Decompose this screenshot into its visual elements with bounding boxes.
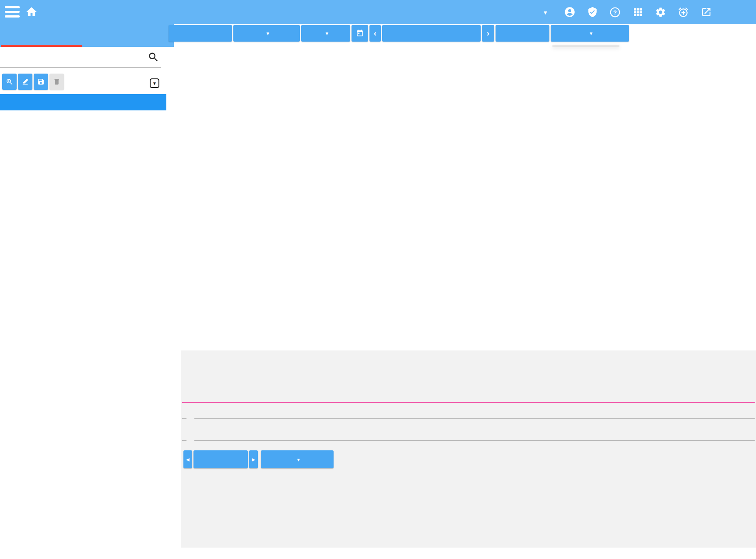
sidebar-search <box>0 47 166 67</box>
month-button[interactable] <box>193 450 248 468</box>
apps-grid-icon[interactable] <box>632 6 644 18</box>
tab-kinderen[interactable] <box>0 24 83 47</box>
caret-down-icon <box>326 30 328 36</box>
search-input[interactable] <box>4 50 144 64</box>
planning-app: ? <box>0 0 756 559</box>
caret-down-icon <box>544 8 547 16</box>
previous-week-button[interactable] <box>369 25 381 42</box>
save-button[interactable] <box>34 74 48 90</box>
scope-dropdown-button[interactable] <box>261 450 334 468</box>
help-icon[interactable]: ? <box>609 6 621 18</box>
shield-check-icon[interactable] <box>586 6 598 18</box>
akties-dropdown-button[interactable] <box>301 25 350 42</box>
home-icon[interactable] <box>25 6 39 19</box>
sidebar-collapse-icon[interactable] <box>150 78 159 88</box>
caret-down-icon <box>590 30 593 36</box>
caret-down-icon <box>267 30 269 36</box>
location-button[interactable] <box>169 25 232 42</box>
punt-informatie-label <box>182 418 755 419</box>
caret-down-icon <box>297 456 300 463</box>
hamburger-menu-icon[interactable] <box>5 6 20 18</box>
week-button[interactable] <box>382 25 481 42</box>
plan-hulp-label <box>182 440 755 441</box>
next-month-button[interactable] <box>249 450 258 468</box>
delete-button[interactable] <box>49 74 64 90</box>
zoom-in-button[interactable] <box>2 74 17 90</box>
sidebar-tabs <box>0 24 174 47</box>
plan-hulp-controls <box>183 450 334 468</box>
eraser-button[interactable] <box>18 74 32 90</box>
next-week-button[interactable] <box>482 25 494 42</box>
app-bar: ? <box>0 0 756 24</box>
alarm-add-icon[interactable] <box>677 6 689 18</box>
magenta-divider <box>182 402 755 403</box>
account-icon[interactable] <box>563 6 576 18</box>
search-underline <box>0 67 161 68</box>
calendar-button[interactable] <box>352 25 368 42</box>
view-menu <box>552 46 619 46</box>
topbar-actions: ? <box>542 0 712 24</box>
settings-icon[interactable] <box>654 6 667 18</box>
view-dropdown-button[interactable] <box>551 25 629 42</box>
open-in-new-icon[interactable] <box>700 6 712 18</box>
svg-text:?: ? <box>613 9 617 15</box>
previous-month-button[interactable] <box>183 450 192 468</box>
akties-menu-button[interactable] <box>542 8 547 16</box>
sidebar-toolbar <box>2 74 64 90</box>
today-button[interactable] <box>496 25 549 42</box>
sidebar-list-header <box>0 94 166 110</box>
search-icon[interactable] <box>148 51 159 65</box>
planning-toolbar <box>169 25 629 42</box>
tab-medewerker[interactable] <box>83 24 174 47</box>
group-dropdown-button[interactable] <box>233 25 300 42</box>
lower-panel <box>181 350 756 548</box>
